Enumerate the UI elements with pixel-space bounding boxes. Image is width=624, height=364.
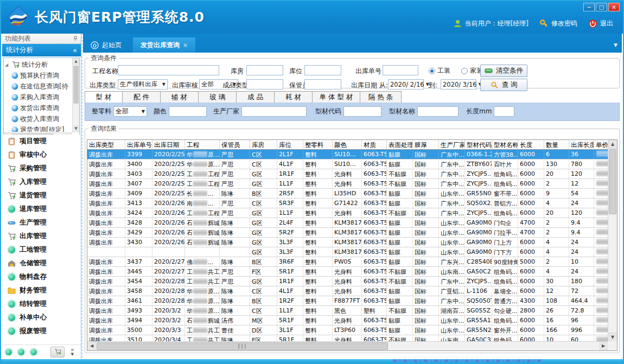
module-circle-icon[interactable] (5, 349, 12, 355)
outbound-type-select[interactable]: 生产领料出库▼ (118, 79, 168, 90)
tab-overflow-icon[interactable]: ▼ (614, 42, 617, 48)
date-from-picker[interactable]: 2020/ 2/16▼ (388, 79, 424, 90)
tree-expander-icon[interactable]: ◢ (5, 62, 10, 67)
project-name-input[interactable] (118, 65, 219, 75)
material-tab-辅材[interactable]: 辅 材 (161, 91, 199, 103)
table-row[interactable]: 调拨出库34132020/2/26南...严思C区5R3F整料G71422606… (87, 199, 608, 208)
scroll-left-icon[interactable]: ◀ (87, 342, 96, 350)
sidebar-item-仓储管理[interactable]: 仓储管理 (2, 257, 81, 270)
column-header[interactable]: 出库类型 (87, 140, 125, 149)
material-tab-型材[interactable]: 型 材 (85, 91, 123, 103)
sidebar-item-退库管理[interactable]: 退库管理 (2, 202, 81, 216)
table-row[interactable]: 调拨出库34282020/2/26石辉城陈琳G区2L4F整料KLM3817606… (87, 218, 608, 228)
grid-vscroll-thumb[interactable] (609, 149, 616, 214)
table-row[interactable]: 调拨出库34932020/3/2华原...陈琳C区1L1F整料黑色塑料不贴膜国标… (87, 306, 608, 316)
sidebar-item-补单中心[interactable]: 补单中心 (2, 311, 81, 324)
sidebar-item-出库管理[interactable]: 出库管理 (2, 229, 81, 243)
table-row[interactable]: 调拨出库35102020/3/4工共工程陈琳F区5R1F整料光身料6063-T5… (87, 335, 608, 341)
column-header[interactable]: 长度 (518, 140, 544, 149)
column-header[interactable]: 单价 (594, 140, 608, 149)
column-header[interactable]: 型材代码 (465, 140, 492, 149)
tree-vertical-scrollbar[interactable]: ▲ ▼ (72, 58, 79, 132)
sidebar-item-物料盘存[interactable]: 物料盘存 (2, 270, 81, 284)
tree-item[interactable]: 退货查询[待定] (5, 124, 72, 132)
column-header[interactable]: 膜厚 (413, 140, 439, 149)
warehouse-input[interactable] (246, 65, 283, 75)
table-row[interactable]: 调拨出库34092020/2/25长...陈琳B区2R5F整料LI35HD606… (87, 189, 608, 199)
table-row[interactable]: 调拨出库34372020/2/27佛...陈琳B区3R6F整料PW056063-… (87, 257, 608, 267)
cart-module-button[interactable] (50, 347, 65, 357)
scroll-right-icon[interactable]: ▶ (599, 342, 608, 350)
grid-hscroll-thumb[interactable]: ┃┃┃ (97, 342, 388, 350)
material-tab-耗材[interactable]: 耗 材 (275, 91, 313, 103)
table-row[interactable]: 调拨出库34582020/2/28华原...陈琳C区4L1F整料光身料6063-… (87, 286, 608, 296)
sidebar-item-生产管理[interactable]: 生产管理 (2, 216, 81, 229)
sidebar-item-退货管理[interactable]: 退货管理 (2, 189, 81, 202)
column-header[interactable]: 型材名称 (492, 140, 518, 149)
sidebar-item-结转管理[interactable]: 结转管理 (2, 297, 81, 311)
column-header[interactable]: 颜色 (333, 140, 362, 149)
table-row[interactable]: 调拨出库34242020/2/26工工程严思G区1L1F整料光身料6063-T5… (87, 208, 608, 218)
close-button[interactable]: ✕ (608, 3, 620, 11)
column-header[interactable]: 数量 (544, 140, 569, 149)
tree-item[interactable]: 采购入库查询 (5, 92, 72, 103)
product-type-input[interactable] (246, 79, 283, 90)
radio-work-install[interactable]: 工装 (429, 66, 450, 75)
module-circle-icon[interactable] (30, 349, 37, 355)
column-header[interactable]: 保管员 (220, 140, 250, 149)
grid-horizontal-scrollbar[interactable]: ◀ ┃┃┃ ▶ (87, 341, 608, 350)
date-to-picker[interactable]: 2020/ 3/16▼ (441, 79, 476, 90)
table-row[interactable]: 调拨出库34452020/2/27工共工程严思F区5R1F整料光身料6063-T… (87, 267, 608, 277)
material-tab-成品[interactable]: 成 品 (237, 91, 275, 103)
column-header[interactable]: 出库长度 (569, 140, 594, 149)
tab-outbound-query[interactable]: 发货出库查询 × (133, 37, 195, 53)
column-header[interactable]: 材质 (362, 140, 387, 149)
tree-vscroll-thumb[interactable] (73, 66, 79, 104)
column-header[interactable]: 出库日期 (152, 140, 185, 149)
scroll-up-icon[interactable]: ▲ (608, 140, 617, 149)
scroll-down-icon[interactable]: ▼ (608, 333, 617, 341)
column-header[interactable]: 整零料 (303, 140, 333, 149)
radio-home-install[interactable]: 家装 (461, 66, 483, 75)
table-row[interactable]: 调拨出库34032020/2/25工工程严思G区1R1F整料光身料6063-T5… (87, 169, 608, 179)
whole-part-select[interactable]: 全部▼ (113, 106, 147, 117)
tab-close-icon[interactable]: × (183, 42, 188, 49)
table-row[interactable]: 调拨出库34292020/2/26石辉城陈琳G区5R2F整料KLM3817606… (87, 228, 608, 238)
module-circle-icon[interactable] (18, 349, 24, 355)
table-row[interactable]: 调拨出库34612020/2/28华原...陈琳B区1R2F整料F8877FT6… (87, 296, 608, 306)
sidebar-item-入库管理[interactable]: 入库管理 (2, 175, 81, 189)
table-row[interactable]: 调拨出库34002020/2/25华原...严思C区4L1F整料SU10...6… (87, 159, 608, 169)
column-header[interactable]: 库位 (277, 140, 303, 149)
keeper-input[interactable] (304, 79, 341, 90)
collapse-icon[interactable]: « (73, 46, 77, 54)
sidebar-item-财务管理[interactable]: 财务管理 (2, 284, 81, 297)
tab-home[interactable]: 起始页 (83, 37, 129, 53)
scroll-up-icon[interactable]: ▲ (73, 58, 79, 65)
profile-code-input[interactable] (343, 106, 381, 117)
table-row[interactable]: 调拨出库34942020/3/2石辉城汤伟M区5R1F整料光身料6063-T5贴… (87, 316, 608, 325)
search-button[interactable]: 查 询 (480, 79, 527, 91)
column-header[interactable]: 库房 (250, 140, 277, 149)
tree-item[interactable]: 在途信息查询[待 (5, 81, 72, 92)
table-row[interactable]: G区3L3F整料KLM38176063-T5贴膜国标山东华...GA90M09.… (87, 247, 608, 257)
change-password-button[interactable]: 修改密码 (539, 19, 577, 28)
table-row[interactable]: 调拨出库34542020/2/28工共工程严思G区1R1F整料光身料6063-T… (87, 277, 608, 286)
logout-button[interactable]: 退出 (588, 19, 613, 28)
column-header[interactable]: 表面处理 (387, 140, 413, 149)
minimize-button[interactable]: ─ (583, 3, 595, 11)
table-row[interactable]: 调拨出库34302020/2/26石辉城陈琳G区3L3F整料KLM3817606… (87, 238, 608, 247)
tree-root[interactable]: ◢统计分析 (5, 59, 72, 70)
manufacturer-input[interactable] (241, 106, 307, 117)
grid-vertical-scrollbar[interactable]: ▲ ▼ (608, 140, 617, 341)
sidebar-section-header[interactable]: 统计分析 « (2, 44, 81, 56)
column-header[interactable]: 出库单号 (125, 140, 152, 149)
pin-icon[interactable] (73, 36, 78, 41)
maximize-button[interactable]: □ (596, 3, 607, 11)
profile-name-input[interactable] (417, 106, 459, 117)
location-input[interactable] (304, 65, 341, 75)
material-tab-单体型材[interactable]: 单 体 型 材 (313, 91, 360, 103)
material-tab-配件[interactable]: 配 件 (123, 91, 161, 103)
tree-item[interactable]: 发货出库查询 (5, 103, 72, 113)
clear-conditions-button[interactable]: 清空条件 (480, 65, 527, 77)
outbound-no-input[interactable] (383, 65, 418, 75)
